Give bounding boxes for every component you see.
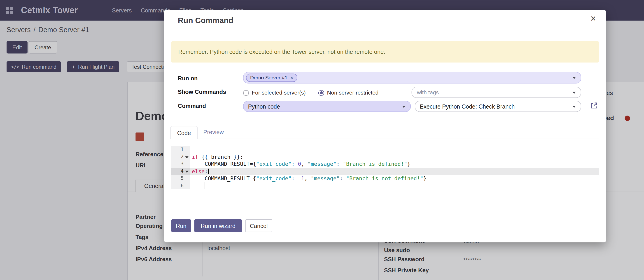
run-in-wizard-button[interactable]: Run in wizard: [194, 219, 242, 232]
run-on-label: Run on: [178, 75, 198, 81]
chevron-down-icon: [573, 92, 576, 94]
chevron-down-icon: [402, 106, 406, 108]
radio-checked-icon[interactable]: [318, 90, 324, 95]
run-command-modal: Run Command × Remember: Python code is e…: [164, 10, 606, 242]
with-tags-placeholder: with tags: [412, 89, 439, 95]
with-tags-select[interactable]: with tags: [412, 87, 581, 98]
code-token: :: [292, 175, 298, 181]
code-token: [192, 175, 204, 181]
indent-guide: [204, 182, 205, 189]
code-token: COMMAND_RESULT={: [204, 161, 256, 167]
code-token: "Branch is defined!": [343, 161, 407, 167]
code-token: "Branch is not defined!": [346, 175, 424, 181]
tabs-divider: [171, 139, 598, 139]
code-line-6[interactable]: [190, 182, 599, 189]
server-tag-chip[interactable]: Demo Server #1 ✕: [246, 74, 298, 82]
code-editor[interactable]: 1 2 3 4 5 6 if {{ branch }}: COMMAND_RES…: [171, 146, 598, 190]
code-token: "message": [308, 161, 336, 167]
warning-alert: Remember: Python code is executed on the…: [171, 41, 598, 63]
editor-gutter: 1 2 3 4 5 6: [171, 146, 190, 189]
tab-code-label: Code: [177, 129, 191, 136]
tab-preview-label: Preview: [203, 129, 224, 135]
code-token: }: [407, 161, 410, 167]
tab-preview[interactable]: Preview: [203, 129, 224, 135]
radio-unchecked-icon[interactable]: [243, 90, 249, 95]
fold-arrow-icon[interactable]: [185, 171, 188, 173]
code-line-5[interactable]: COMMAND_RESULT={"exit_code": -1, "messag…: [190, 175, 599, 182]
close-icon[interactable]: ×: [590, 13, 596, 25]
line-number: 2: [181, 154, 184, 159]
app-window: Cetmix Tower Servers Commands Files Tool…: [0, 0, 644, 280]
code-token: "message": [311, 175, 340, 181]
command-type-value: Python code: [244, 103, 280, 110]
cancel-button[interactable]: Cancel: [245, 219, 272, 232]
code-token: COMMAND_RESULT={: [204, 175, 256, 181]
code-token: :: [204, 168, 208, 174]
line-number: 1: [181, 147, 184, 152]
code-token: 0: [298, 161, 301, 167]
chevron-down-icon: [573, 106, 576, 108]
command-value: Execute Python Code: Check Branch: [415, 103, 514, 110]
tab-code[interactable]: Code: [170, 126, 198, 139]
indent-guide: [218, 182, 218, 189]
remove-tag-icon[interactable]: ✕: [290, 76, 293, 80]
code-line-4[interactable]: else:: [190, 168, 599, 175]
radio-option-selected-servers[interactable]: For selected server(s): [243, 90, 306, 96]
code-token: ,: [304, 175, 311, 181]
code-token: "exit_code": [256, 175, 292, 181]
code-token: :: [292, 161, 298, 167]
code-line-3[interactable]: COMMAND_RESULT={"exit_code": 0, "message…: [190, 160, 599, 168]
code-token: }: [423, 175, 426, 181]
radio-option-non-restricted-label: Non server restricted: [327, 90, 378, 96]
gutter-line-2: 2: [171, 153, 190, 161]
line-number: 4: [181, 168, 184, 174]
radio-option-non-restricted[interactable]: Non server restricted: [318, 90, 378, 96]
fold-arrow-icon[interactable]: [185, 156, 188, 158]
code-token: else: [192, 168, 204, 174]
gutter-line-5: 5: [171, 175, 190, 182]
gutter-line-3: 3: [171, 160, 190, 168]
command-type-select[interactable]: Python code: [243, 101, 411, 112]
line-number: 3: [181, 161, 184, 167]
line-number: 5: [181, 175, 184, 181]
code-token: "exit_code": [256, 161, 292, 167]
code-line-2[interactable]: if {{ branch }}:: [190, 153, 599, 161]
cancel-button-label: Cancel: [250, 222, 268, 229]
gutter-line-4: 4: [171, 168, 190, 175]
code-token: if: [192, 154, 198, 160]
modal-title: Run Command: [178, 16, 234, 25]
run-button[interactable]: Run: [171, 219, 191, 232]
code-token: {{ branch }}:: [198, 154, 243, 160]
chevron-down-icon: [573, 77, 576, 79]
editor-lines: if {{ branch }}: COMMAND_RESULT={"exit_c…: [190, 146, 599, 189]
code-token: ,: [301, 161, 307, 167]
external-link-icon[interactable]: [590, 102, 598, 109]
run-on-field[interactable]: Demo Server #1 ✕: [243, 72, 581, 83]
code-line-1[interactable]: [190, 146, 599, 153]
code-token: :: [336, 161, 343, 167]
command-select[interactable]: Execute Python Code: Check Branch: [415, 101, 581, 112]
text-cursor: [208, 169, 209, 174]
line-number: 6: [181, 183, 184, 188]
warning-alert-text: Remember: Python code is executed on the…: [178, 49, 385, 55]
code-token: -1: [298, 175, 304, 181]
command-label: Command: [178, 102, 206, 109]
run-in-wizard-button-label: Run in wizard: [201, 222, 236, 229]
run-button-label: Run: [176, 222, 186, 229]
radio-option-selected-servers-label: For selected server(s): [252, 90, 306, 96]
show-commands-label: Show Commands: [178, 88, 226, 95]
gutter-line-6: 6: [171, 182, 190, 189]
code-token: :: [340, 175, 346, 181]
show-commands-radio-group: For selected server(s) Non server restri…: [243, 87, 378, 98]
server-tag-label: Demo Server #1: [250, 75, 288, 80]
code-token: [192, 161, 204, 167]
gutter-line-1: 1: [171, 146, 190, 153]
